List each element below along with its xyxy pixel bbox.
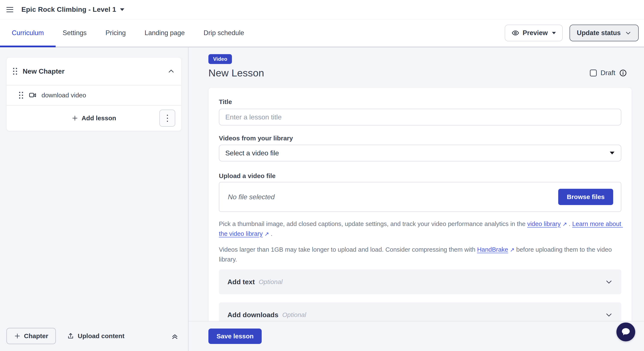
info-icon[interactable] — [619, 69, 627, 77]
file-upload-box: No file selected Browse files — [219, 182, 621, 212]
caret-down-icon — [610, 152, 614, 154]
lesson-row[interactable]: download video — [7, 86, 181, 105]
add-text-section[interactable]: Add text Optional — [219, 270, 621, 294]
external-link-icon: ↗ — [562, 220, 567, 229]
drag-handle-icon[interactable] — [13, 68, 17, 75]
sidebar-footer: Chapter Upload content — [0, 321, 188, 351]
chapter-title: New Chapter — [23, 68, 64, 75]
chevron-down-icon — [625, 30, 632, 36]
plus-icon — [72, 115, 78, 121]
active-tab-underline — [0, 46, 56, 47]
plus-icon — [14, 333, 20, 339]
video-library-select[interactable]: Select a video file — [219, 145, 621, 161]
chapter-footer: Add lesson — [7, 106, 181, 131]
save-lesson-button[interactable]: Save lesson — [208, 328, 262, 344]
upload-content-label: Upload content — [78, 332, 124, 340]
library-field-label: Videos from your library — [219, 134, 621, 142]
add-lesson-button[interactable]: Add lesson — [72, 114, 116, 122]
content-area: New Chapter download video — [0, 47, 644, 351]
preview-button[interactable]: Preview — [505, 24, 563, 41]
tab-pricing[interactable]: Pricing — [106, 29, 126, 37]
drag-handle-icon[interactable] — [19, 92, 23, 99]
course-title[interactable]: Epic Rock Climbing - Level 1 — [22, 6, 116, 14]
help-text: . — [269, 230, 272, 237]
caret-down-icon — [552, 32, 556, 34]
tab-curriculum[interactable]: Curriculum — [12, 29, 44, 37]
upload-icon — [67, 332, 74, 340]
upload-content-button[interactable]: Upload content — [67, 332, 124, 340]
chapter-kebab-menu-button[interactable] — [160, 110, 175, 127]
help-text: . — [567, 220, 572, 227]
help-text: Videos larger than 1GB may take longer t… — [219, 246, 477, 253]
update-status-button[interactable]: Update status — [570, 24, 639, 41]
add-downloads-label: Add downloads — [228, 311, 278, 319]
video-library-help-text: Pick a thumbnail image, add closed capti… — [219, 219, 621, 239]
tab-bar: Curriculum Settings Pricing Landing page… — [0, 19, 644, 47]
title-field-label: Title — [219, 98, 621, 106]
add-chapter-button[interactable]: Chapter — [6, 328, 56, 344]
tab-drip-schedule[interactable]: Drip schedule — [204, 29, 244, 37]
page-title: New Lesson — [208, 67, 264, 79]
optional-label: Optional — [259, 278, 283, 286]
draft-toggle-group: Draft — [590, 69, 627, 77]
add-lesson-label: Add lesson — [82, 114, 116, 122]
lesson-editor: Video New Lesson Draft Title Videos from… — [188, 47, 644, 351]
add-text-label: Add text — [228, 278, 255, 286]
lesson-head: Video New Lesson Draft — [188, 47, 644, 79]
video-camera-icon — [29, 91, 37, 99]
chevron-down-icon — [605, 278, 613, 286]
browse-files-button[interactable]: Browse files — [558, 189, 613, 205]
handbrake-link[interactable]: HandBrake — [477, 246, 508, 253]
chat-widget-button[interactable] — [616, 322, 635, 341]
select-value: Select a video file — [225, 149, 279, 157]
chevron-down-icon — [605, 311, 613, 319]
app-root: Epic Rock Climbing - Level 1 Curriculum … — [0, 0, 644, 351]
draft-label: Draft — [600, 69, 615, 77]
tab-list: Curriculum Settings Pricing Landing page… — [0, 29, 244, 37]
hamburger-menu-icon[interactable] — [6, 7, 13, 12]
chevron-down-icon[interactable] — [120, 8, 124, 11]
chat-bubble-icon — [620, 326, 631, 337]
tab-landing-page[interactable]: Landing page — [145, 29, 185, 37]
chevron-up-icon[interactable] — [168, 68, 175, 75]
lesson-title-input[interactable] — [219, 109, 621, 126]
optional-label: Optional — [282, 311, 306, 318]
curriculum-sidebar: New Chapter download video — [0, 47, 188, 351]
tab-settings[interactable]: Settings — [63, 29, 87, 37]
lesson-type-badge: Video — [208, 54, 232, 64]
compression-help-text: Videos larger than 1GB may take longer t… — [219, 245, 621, 264]
external-link-icon: ↗ — [510, 245, 514, 255]
collapse-all-icon[interactable] — [170, 332, 179, 340]
add-downloads-section[interactable]: Add downloads Optional — [219, 302, 621, 321]
chapter-header[interactable]: New Chapter — [7, 58, 181, 85]
chapter-card: New Chapter download video — [6, 57, 182, 131]
draft-checkbox[interactable] — [590, 70, 597, 76]
no-file-text: No file selected — [228, 193, 275, 201]
lesson-label: download video — [42, 92, 86, 99]
help-text: Pick a thumbnail image, add closed capti… — [219, 220, 527, 227]
lesson-form-card: Title Videos from your library Select a … — [208, 88, 632, 321]
external-link-icon: ↗ — [264, 229, 269, 239]
top-bar: Epic Rock Climbing - Level 1 — [0, 0, 644, 19]
video-library-link[interactable]: video library — [527, 220, 560, 227]
preview-label: Preview — [523, 29, 548, 37]
tab-bar-actions: Preview Update status — [505, 24, 644, 41]
update-status-label: Update status — [577, 29, 621, 37]
save-footer: Save lesson — [188, 321, 644, 351]
eye-icon — [512, 29, 519, 37]
add-chapter-label: Chapter — [24, 332, 48, 340]
upload-field-label: Upload a video file — [219, 172, 621, 180]
